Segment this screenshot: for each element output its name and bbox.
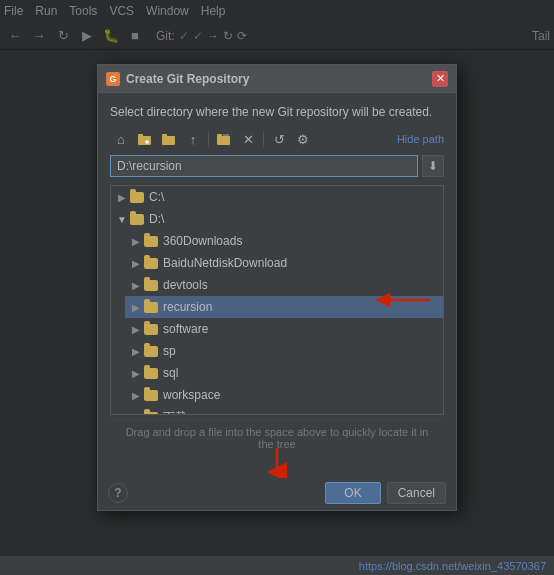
dialog-close-button[interactable]: ✕ [432,71,448,87]
folder-new2-btn[interactable] [213,129,235,149]
tree-folder-d [129,212,145,226]
tree-label-d: D:\ [149,212,164,226]
ok-button[interactable]: OK [325,482,380,504]
cancel-button[interactable]: Cancel [387,482,446,504]
down-arrow-container [110,456,444,466]
red-left-arrow [375,289,435,311]
help-button[interactable]: ? [108,483,128,503]
path-input[interactable] [110,155,418,177]
svg-rect-1 [138,134,143,137]
tree-arrow-workspace: ▶ [129,388,143,402]
tree-arrow-downloads-cn: ▶ [129,410,143,415]
tree-item-360downloads[interactable]: ▶ 360Downloads [125,230,443,252]
dialog-file-toolbar: ⌂ ↑ [110,129,444,149]
tree-label-software: software [163,322,208,336]
tree-item-recursion[interactable]: ▶ recursion [125,296,443,318]
tree-item-d[interactable]: ▼ D:\ [111,208,443,230]
tree-label-workspace: workspace [163,388,220,402]
tree-label-c: C:\ [149,190,164,204]
tree-label-devtools: devtools [163,278,208,292]
new-folder-btn[interactable] [134,129,156,149]
tree-folder-downloads-cn [143,410,159,415]
tree-arrow-360: ▶ [129,234,143,248]
tree-item-sp[interactable]: ▶ sp [125,340,443,362]
tree-folder-c [129,190,145,204]
tree-item-workspace[interactable]: ▶ workspace [125,384,443,406]
tree-label-baidu: BaiduNetdiskDownload [163,256,287,270]
home-btn[interactable]: ⌂ [110,129,132,149]
download-path-btn[interactable]: ⬇ [422,155,444,177]
tree-item-software[interactable]: ▶ software [125,318,443,340]
svg-rect-6 [217,136,230,145]
dialog-body: Select directory where the new Git repos… [98,93,456,476]
svg-rect-4 [162,136,175,145]
tree-label-sp: sp [163,344,176,358]
url-bar: https://blog.csdn.net/weixin_43570367 [0,555,554,575]
delete-btn[interactable]: ✕ [237,129,259,149]
red-down-arrow [267,448,287,478]
dialog-footer: ? OK Cancel [98,476,456,510]
tree-item-baidu[interactable]: ▶ BaiduNetdiskDownload [125,252,443,274]
tree-folder-devtools [143,278,159,292]
tree-label-sql: sql [163,366,178,380]
tree-folder-software [143,322,159,336]
tree-folder-360 [143,234,159,248]
svg-rect-7 [217,134,222,137]
tree-folder-workspace [143,388,159,402]
url-link[interactable]: https://blog.csdn.net/weixin_43570367 [359,560,546,572]
tree-folder-sql [143,366,159,380]
tree-arrow-baidu: ▶ [129,256,143,270]
file-tree[interactable]: ▶ C:\ ▼ D:\ ▶ 360Downloads [110,185,444,415]
tree-item-downloads-cn[interactable]: ▶ 下载 [125,406,443,415]
dialog-title-text: Create Git Repository [126,72,249,86]
tree-item-sql[interactable]: ▶ sql [125,362,443,384]
dialog-instructions: Select directory where the new Git repos… [110,105,444,119]
folder-up-btn[interactable]: ↑ [182,129,204,149]
settings-btn[interactable]: ⚙ [292,129,314,149]
tree-label-recursion: recursion [163,300,212,314]
tree-folder-sp [143,344,159,358]
tree-arrow-sp: ▶ [129,344,143,358]
tree-label-360: 360Downloads [163,234,242,248]
toolbar-sep2 [263,131,264,147]
svg-rect-5 [162,134,167,137]
path-row: ⬇ [110,155,444,177]
dialog-titlebar: G Create Git Repository ✕ [98,65,456,93]
tree-item-c[interactable]: ▶ C:\ [111,186,443,208]
create-git-dialog: G Create Git Repository ✕ Select directo… [97,64,457,511]
hide-path-btn[interactable]: Hide path [397,133,444,145]
tree-arrow-sql: ▶ [129,366,143,380]
tree-arrow-d: ▼ [115,212,129,226]
folder-nav-btn[interactable] [158,129,180,149]
tree-arrow-recursion: ▶ [129,300,143,314]
dialog-app-icon: G [106,72,120,86]
dialog-overlay: G Create Git Repository ✕ Select directo… [0,0,554,575]
tree-label-downloads-cn: 下载 [163,409,187,416]
svg-rect-0 [138,136,151,145]
tree-folder-recursion [143,300,159,314]
dialog-title-left: G Create Git Repository [106,72,249,86]
tree-arrow-c: ▶ [115,190,129,204]
tree-arrow-devtools: ▶ [129,278,143,292]
tree-folder-baidu [143,256,159,270]
toolbar-sep1 [208,131,209,147]
refresh-tree-btn[interactable]: ↺ [268,129,290,149]
tree-arrow-software: ▶ [129,322,143,336]
